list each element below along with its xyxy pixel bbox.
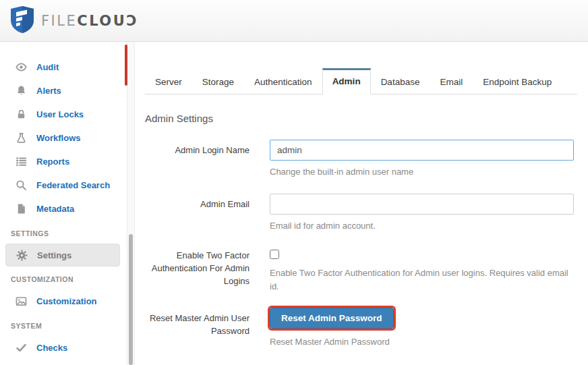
sidebar-item-metadata[interactable]: Metadata (0, 197, 127, 221)
brand-wordmark: FILECLOUƆ (41, 13, 138, 29)
sidebar-item-reports[interactable]: Reports (0, 150, 127, 173)
sidebar-item-workflows[interactable]: Workflows (0, 126, 127, 150)
tab-server[interactable]: Server (145, 68, 192, 94)
sidebar-scrollbar-thumb[interactable] (129, 234, 133, 365)
admin-login-name-help: Change the built-in admin user name (270, 165, 574, 179)
two-factor-checkbox[interactable] (270, 250, 279, 259)
admin-login-name-label: Admin Login Name (145, 140, 249, 179)
filecloud-logo[interactable]: FILECLOUƆ (9, 5, 138, 36)
sidebar-section-customization: CUSTOMIZATION (0, 266, 127, 289)
app-header: FILECLOUƆ (0, 0, 588, 42)
sidebar-item-label: Checks (36, 343, 67, 353)
sidebar: Audit Alerts User Locks Workflows (0, 42, 127, 365)
sidebar-item-alerts[interactable]: Alerts (0, 79, 127, 103)
sidebar-item-audit[interactable]: Audit (0, 55, 127, 79)
sidebar-item-label: Reports (36, 157, 69, 167)
filecloud-shield-icon (9, 5, 35, 36)
reset-admin-password-help: Reset Master Admin Password (270, 335, 574, 349)
form-row-admin-email: Admin Email Email id for admin account. (145, 194, 577, 233)
sidebar-item-label: Audit (36, 62, 59, 72)
search-icon (15, 179, 27, 192)
list-icon (15, 156, 27, 168)
reset-admin-password-label: Reset Master Admin User Password (145, 308, 249, 349)
sidebar-section-system: SYSTEM (0, 313, 127, 336)
sidebar-item-checks[interactable]: Checks (0, 336, 127, 360)
sidebar-item-settings[interactable]: Settings (5, 244, 120, 266)
sidebar-item-label: Alerts (36, 86, 61, 96)
filecloud-admin-window: FILECLOUƆ Audit Alerts User Loc (0, 0, 588, 365)
lock-icon (15, 109, 27, 121)
image-icon (15, 296, 27, 308)
flask-icon (15, 132, 27, 144)
two-factor-help: Enable Two Factor Authentication for Adm… (270, 266, 574, 293)
tab-endpoint-backup[interactable]: Endpoint Backup (473, 68, 562, 94)
tab-authentication[interactable]: Authentication (244, 68, 322, 94)
sidebar-item-user-locks[interactable]: User Locks (0, 103, 127, 126)
tab-database[interactable]: Database (371, 68, 430, 94)
sidebar-item-label: Federated Search (36, 180, 110, 190)
tab-storage[interactable]: Storage (192, 68, 244, 94)
sidebar-item-federated-search[interactable]: Federated Search (0, 173, 127, 197)
form-row-admin-login-name: Admin Login Name Change the built-in adm… (145, 140, 577, 179)
sidebar-item-label: User Locks (36, 109, 84, 119)
form-row-two-factor: Enable Two Factor Authentication For Adm… (145, 247, 577, 293)
eye-icon (15, 61, 27, 74)
brand-suffix: CLOUƆ (77, 13, 138, 29)
admin-email-input[interactable] (270, 194, 574, 215)
admin-email-label: Admin Email (145, 194, 249, 233)
settings-tabbar: Server Storage Authentication Admin Data… (145, 67, 577, 94)
check-icon (15, 342, 27, 354)
two-factor-label: Enable Two Factor Authentication For Adm… (145, 247, 249, 293)
form-row-reset-admin-password: Reset Master Admin User Password Reset A… (145, 308, 577, 349)
gear-icon (16, 249, 28, 261)
tab-admin[interactable]: Admin (322, 68, 371, 94)
admin-login-name-input[interactable] (270, 140, 574, 161)
main-content: Server Storage Authentication Admin Data… (135, 42, 588, 365)
bell-icon (15, 85, 27, 97)
page-title: Admin Settings (145, 113, 577, 124)
sidebar-item-label: Metadata (36, 204, 74, 214)
red-annotation-marker (125, 45, 127, 86)
sidebar-item-label: Settings (37, 250, 71, 260)
document-icon (15, 203, 27, 215)
reset-admin-password-button[interactable]: Reset Admin Password (270, 308, 394, 329)
tab-email[interactable]: Email (430, 68, 473, 94)
brand-prefix: FILE (41, 13, 77, 29)
sidebar-item-customization[interactable]: Customization (0, 289, 127, 313)
sidebar-nav: Audit Alerts User Locks Workflows (0, 42, 127, 365)
admin-email-help: Email id for admin account. (270, 219, 574, 233)
sidebar-item-label: Workflows (36, 133, 81, 143)
sidebar-item-label: Customization (36, 296, 97, 306)
sidebar-section-settings: SETTINGS (0, 221, 127, 244)
sidebar-item-upgrade[interactable]: Upgrade (0, 360, 127, 365)
